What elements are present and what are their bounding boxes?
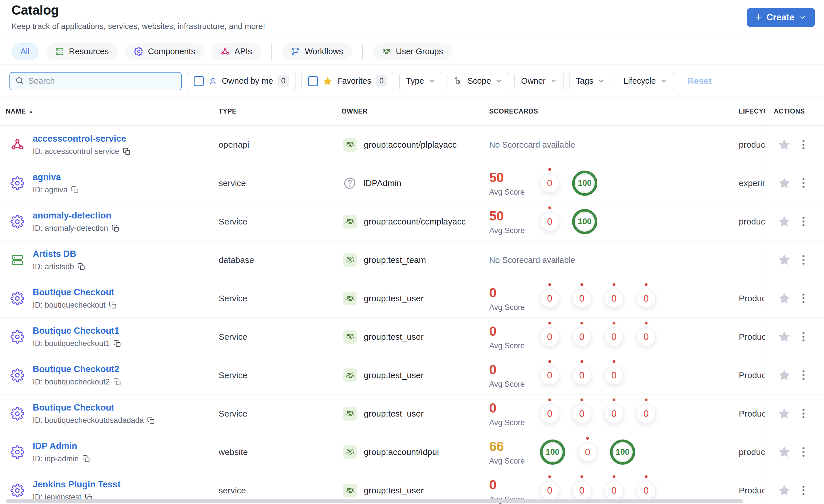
scorecard-score-badge[interactable]: 0: [636, 327, 656, 347]
favorite-star-icon[interactable]: [778, 215, 791, 228]
entity-name-link[interactable]: agniva: [33, 172, 79, 182]
workflow-icon: [291, 47, 300, 56]
kebab-menu-icon[interactable]: [800, 483, 807, 497]
entity-name-link[interactable]: Boutique Checkout: [33, 287, 117, 297]
kebab-menu-icon[interactable]: [800, 176, 807, 190]
entity-name-link[interactable]: accesscontrol-service: [33, 134, 130, 144]
favorite-star-icon[interactable]: [778, 368, 791, 382]
favorites-filter[interactable]: Favorites 0: [301, 72, 394, 90]
tab-all[interactable]: All: [11, 43, 38, 60]
tab-components[interactable]: Components: [125, 43, 204, 60]
entity-lifecycle: produc: [739, 433, 766, 471]
search-box[interactable]: [9, 72, 182, 90]
copy-icon[interactable]: [112, 225, 119, 232]
copy-icon[interactable]: [78, 263, 85, 271]
scorecard-score-badge[interactable]: 0: [604, 289, 624, 308]
favorite-star-icon[interactable]: [778, 407, 791, 420]
scorecard-score-badge[interactable]: 100: [572, 209, 597, 234]
copy-icon[interactable]: [113, 378, 121, 386]
avg-score-block: 0Avg Score: [489, 324, 525, 350]
tab-workflows[interactable]: Workflows: [282, 43, 352, 60]
entity-name-link[interactable]: IDP Admin: [33, 441, 90, 451]
entity-lifecycle: Produc: [739, 279, 766, 318]
dropdown-label: Scope: [468, 76, 491, 86]
scorecard-score-badge[interactable]: 0: [572, 327, 592, 347]
scorecard-score-badge[interactable]: 0: [540, 173, 559, 193]
tab-resources[interactable]: Resources: [46, 43, 118, 60]
kebab-menu-icon[interactable]: [800, 406, 807, 420]
chevron-down-icon: [660, 78, 667, 85]
scorecard-score-badge[interactable]: 0: [572, 404, 592, 423]
favorite-star-icon[interactable]: [778, 291, 791, 305]
search-input[interactable]: [28, 76, 176, 86]
tab-apis[interactable]: APIs: [211, 43, 261, 60]
copy-icon[interactable]: [147, 416, 155, 424]
copy-icon[interactable]: [113, 340, 121, 348]
favorite-star-icon[interactable]: [778, 253, 791, 267]
scorecard-badges: 0000: [540, 394, 656, 432]
favorite-star-icon[interactable]: [778, 138, 791, 151]
kebab-menu-icon[interactable]: [800, 253, 807, 267]
scorecard-score-badge[interactable]: 0: [578, 443, 597, 462]
scorecard-score-badge[interactable]: 0: [636, 404, 656, 423]
scorecard-score-badge[interactable]: 0: [636, 481, 656, 500]
scorecard-score-badge[interactable]: 0: [540, 481, 559, 500]
owned-by-me-filter[interactable]: Owned by me 0: [187, 72, 296, 90]
copy-icon[interactable]: [82, 455, 90, 463]
copy-icon[interactable]: [109, 301, 117, 309]
scorecard-score-badge[interactable]: 0: [572, 481, 592, 500]
kebab-menu-icon[interactable]: [800, 138, 807, 152]
scorecard-score-badge[interactable]: 0: [540, 212, 559, 231]
horizontal-scrollbar[interactable]: [6, 499, 743, 503]
copy-icon[interactable]: [71, 186, 79, 194]
row-actions: [764, 241, 824, 279]
scorecard-badges: 0000: [540, 471, 656, 504]
scorecard-score-badge[interactable]: 100: [572, 170, 597, 196]
scorecard-score-badge[interactable]: 0: [636, 289, 656, 308]
kebab-menu-icon[interactable]: [800, 330, 807, 344]
entity-name-link[interactable]: Boutique Checkout1: [33, 326, 121, 336]
scorecard-score-badge[interactable]: 0: [604, 404, 624, 423]
scorecard-score-badge[interactable]: 0: [604, 481, 624, 500]
entity-type: Service: [219, 318, 247, 356]
scorecard-score-badge[interactable]: 0: [540, 366, 559, 385]
scorecard-score-badge[interactable]: 100: [610, 439, 635, 465]
kebab-menu-icon[interactable]: [800, 368, 807, 382]
kebab-menu-icon[interactable]: [800, 291, 807, 305]
entity-type: Service: [219, 279, 247, 318]
scorecard-score-badge[interactable]: 0: [604, 327, 624, 347]
column-header-name[interactable]: NAME▲: [6, 98, 33, 125]
tab-user-groups[interactable]: User Groups: [373, 43, 452, 60]
favorite-star-icon[interactable]: [778, 445, 791, 459]
favorite-star-icon[interactable]: [778, 330, 791, 344]
kebab-menu-icon[interactable]: [800, 445, 807, 459]
scorecard-score-badge[interactable]: 0: [572, 366, 592, 385]
entity-name-link[interactable]: anomaly-detection: [33, 211, 119, 221]
owned-by-me-checkbox[interactable]: [194, 76, 204, 86]
filter-lifecycle-dropdown[interactable]: Lifecycle: [617, 72, 674, 90]
kebab-menu-icon[interactable]: [800, 215, 807, 229]
entity-name-link[interactable]: Artists DB: [33, 249, 85, 259]
scorecard-score-badge[interactable]: 0: [540, 327, 559, 347]
scorecard-score-badge[interactable]: 100: [540, 439, 565, 465]
filter-type-dropdown[interactable]: Type: [399, 72, 442, 90]
filter-scope-dropdown[interactable]: Scope: [447, 72, 509, 90]
filter-tags-dropdown[interactable]: Tags: [569, 72, 611, 90]
scorecard-score-badge[interactable]: 0: [540, 404, 559, 423]
scorecard-score-badge[interactable]: 0: [604, 366, 624, 385]
favorite-star-icon[interactable]: [778, 176, 791, 190]
favorite-star-icon[interactable]: [778, 484, 791, 497]
entity-name-link[interactable]: Jenkins Plugin Tesst: [33, 479, 120, 490]
scorecard-score-badge[interactable]: 0: [540, 289, 559, 308]
entity-name-link[interactable]: Boutique Checkout: [33, 402, 155, 413]
avg-score-label: Avg Score: [489, 226, 525, 235]
tab-label: User Groups: [396, 47, 443, 56]
entity-name-link[interactable]: Boutique Checkout2: [33, 364, 121, 374]
create-button[interactable]: + Create: [747, 8, 815, 27]
reset-filters-link[interactable]: Reset: [688, 76, 712, 86]
copy-icon[interactable]: [123, 148, 130, 155]
row-actions: [764, 126, 824, 164]
scorecard-score-badge[interactable]: 0: [572, 289, 592, 308]
filter-owner-dropdown[interactable]: Owner: [514, 72, 563, 90]
favorites-checkbox[interactable]: [308, 76, 318, 86]
